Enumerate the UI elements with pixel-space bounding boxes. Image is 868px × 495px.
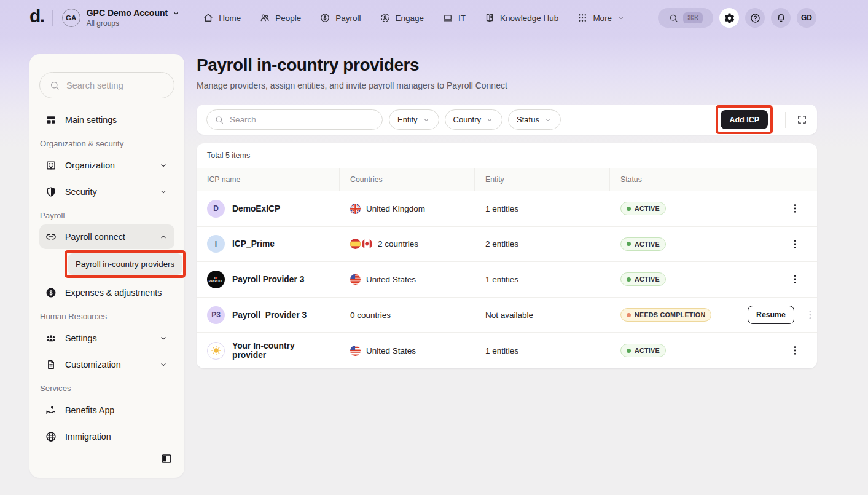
sidebar-collapse-button[interactable] <box>160 452 173 468</box>
kebab-icon <box>789 202 801 215</box>
cell-status: ACTIVE <box>610 191 737 226</box>
sidebar-item-label: Customization <box>65 360 121 370</box>
row-menu-button[interactable] <box>789 344 801 357</box>
table-search[interactable] <box>206 109 383 130</box>
provider-logo-avatar: I♥PAYROLL <box>207 271 225 288</box>
sidebar-item-payroll-in-country-providers[interactable]: Payroll in-country providers <box>68 253 182 275</box>
column-header-entity: Entity <box>475 168 610 191</box>
status-badge: ACTIVE <box>620 344 666 357</box>
sidebar-item-main-settings[interactable]: Main settings <box>39 106 174 133</box>
sidebar-item-security[interactable]: Security <box>39 178 174 205</box>
sidebar-item-label: Security <box>65 187 97 197</box>
filter-status[interactable]: Status <box>508 109 561 130</box>
country-flags <box>350 346 361 356</box>
sidebar-search-input[interactable] <box>66 81 165 90</box>
cell-status: ACTIVE <box>610 227 737 262</box>
page-subtitle: Manage providers, assign entities, and i… <box>197 81 817 90</box>
filter-entity[interactable]: Entity <box>389 109 439 130</box>
cell-entity: 1 entities <box>475 262 610 297</box>
table-body: DDemoExICPUnited Kingdom1 entitiesACTIVE… <box>197 191 817 368</box>
sidebar-item-benefits-app[interactable]: Benefits App <box>39 397 174 423</box>
column-header-status: Status <box>610 168 737 191</box>
table-search-input[interactable] <box>230 115 375 124</box>
sidebar-section-label: Payroll <box>40 211 174 220</box>
fullscreen-button[interactable] <box>797 114 807 125</box>
flag-es-icon <box>350 239 361 249</box>
filter-country[interactable]: Country <box>445 109 503 130</box>
hand-heart-icon <box>45 404 57 416</box>
account-avatar: GA <box>62 9 80 27</box>
status-label: NEEDS COMPLETION <box>635 311 705 319</box>
sidebar-item-expenses-adjustments[interactable]: Expenses & adjustments <box>39 279 174 306</box>
provider-sun-avatar <box>207 342 225 360</box>
sidebar-item-label: Settings <box>65 333 97 343</box>
kebab-icon <box>789 238 801 250</box>
sidebar-search[interactable] <box>39 72 174 98</box>
provider-name: Your In-country provider <box>232 341 329 360</box>
status-badge: NEEDS COMPLETION <box>620 308 711 322</box>
sidebar-item-immigration[interactable]: Immigration <box>39 423 174 449</box>
status-badge: ACTIVE <box>620 237 666 251</box>
column-header-icp-name: ICP name <box>197 168 340 191</box>
main-content: Payroll in-country providers Manage prov… <box>197 0 817 368</box>
sidebar-item-settings[interactable]: Settings <box>39 325 174 351</box>
kebab-icon <box>789 344 801 357</box>
countries-text: United States <box>366 346 416 355</box>
table-row: IICP_Prime2 countries2 entitiesACTIVE <box>197 227 817 263</box>
row-menu-button[interactable] <box>789 273 801 285</box>
column-header <box>737 168 817 191</box>
link-icon <box>45 231 57 243</box>
toolbar-divider <box>785 112 786 128</box>
add-icp-button[interactable]: Add ICP <box>721 110 768 129</box>
provider-name: DemoExICP <box>232 204 280 213</box>
sidebar-item-customization[interactable]: Customization <box>39 351 174 378</box>
sun-icon <box>210 344 222 357</box>
provider-name: Payroll_Provider 3 <box>232 311 307 320</box>
column-header-countries: Countries <box>340 168 475 191</box>
expand-icon <box>797 114 807 125</box>
doc-icon <box>45 358 57 371</box>
row-menu-button[interactable] <box>789 202 801 215</box>
kebab-icon <box>789 273 801 285</box>
status-dot-icon <box>627 242 631 246</box>
table-summary: Total 5 items <box>197 143 817 168</box>
shield-icon <box>45 186 57 198</box>
sidebar-item-organization[interactable]: Organization <box>39 152 174 178</box>
sidebar-section-label: Human Resources <box>40 312 174 321</box>
country-flags <box>350 274 361 285</box>
search-icon <box>214 115 224 125</box>
cell-countries: 0 countries <box>340 298 475 333</box>
kebab-icon <box>804 309 816 321</box>
cell-icp-name: IICP_Prime <box>197 227 340 262</box>
countries-text: 0 countries <box>350 311 391 320</box>
sidebar-item-label: Benefits App <box>65 405 114 415</box>
account-switcher[interactable]: GA GPC Demo Account All groups <box>62 8 181 28</box>
resume-button[interactable]: Resume <box>748 306 794 324</box>
row-menu-button <box>804 309 816 321</box>
flag-uk-icon <box>350 204 361 214</box>
building-icon <box>45 159 57 172</box>
cell-status: ACTIVE <box>610 333 737 368</box>
cell-actions: Resume <box>737 298 817 333</box>
flag-ca-icon <box>362 239 372 249</box>
providers-table-card: Total 5 items ICP nameCountriesEntitySta… <box>197 143 817 368</box>
cell-icp-name: I♥PAYROLLPayroll Provider 3 <box>197 262 340 297</box>
filter-label: Country <box>453 115 482 124</box>
status-label: ACTIVE <box>635 347 660 354</box>
table-row: P3Payroll_Provider 30 countriesNot avail… <box>197 298 817 333</box>
cell-entity: 1 entities <box>475 333 610 368</box>
cell-icp-name: Your In-country provider <box>197 333 340 368</box>
status-dot-icon <box>627 349 631 353</box>
row-menu-button[interactable] <box>789 238 801 250</box>
cell-countries: 2 countries <box>340 227 475 262</box>
flag-us-icon <box>350 346 361 356</box>
sidebar-item-label: Organization <box>65 160 115 170</box>
sidebar-item-payroll-connect[interactable]: Payroll connect <box>39 224 174 249</box>
account-name: GPC Demo Account <box>87 8 168 18</box>
cell-countries: United Kingdom <box>340 191 475 226</box>
filter-label: Status <box>517 115 539 124</box>
status-badge: ACTIVE <box>620 202 666 215</box>
cell-actions <box>737 262 817 297</box>
settings-sidebar: Main settingsOrganization & securityOrga… <box>29 54 184 478</box>
dollar-solid-icon <box>45 287 57 299</box>
